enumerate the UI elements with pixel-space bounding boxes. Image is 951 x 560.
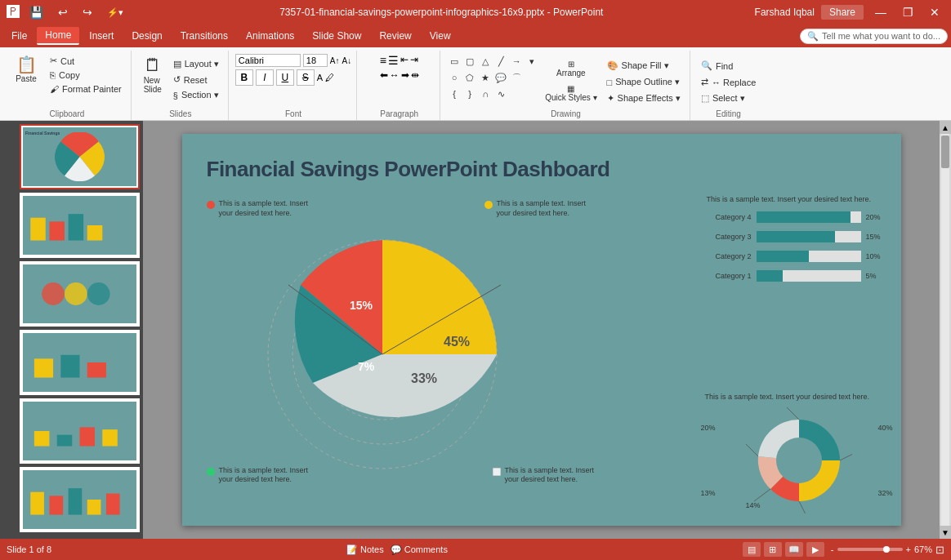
menu-file[interactable]: File [3,28,35,44]
tell-me-bar[interactable]: 🔍 Tell me what you want to do... [800,29,948,44]
slide-thumbnail-4[interactable] [20,330,140,395]
rounded-rect-btn[interactable]: ▢ [462,54,477,69]
share-button[interactable]: Share [821,5,864,20]
scroll-up-btn[interactable]: ▲ [940,121,951,134]
slide-thumbnail-3[interactable] [20,261,140,327]
copy-button[interactable]: ⎘ Copy [46,69,126,82]
zoom-in-btn[interactable]: + [906,544,911,554]
section-button[interactable]: § Section ▾ [169,88,223,102]
quick-undo-btn[interactable]: ↩ [53,4,73,20]
cut-button[interactable]: ✂ Cut [46,54,126,68]
fit-slide-btn[interactable]: ⊡ [935,544,944,556]
slide-thumbnail-1[interactable]: Financial Savings [20,124,140,189]
new-slide-label: NewSlide [144,76,162,94]
slideshow-btn[interactable]: ▶ [806,542,824,557]
italic-button[interactable]: I [256,69,274,86]
text-highlight-btn[interactable]: 🖊 [325,73,334,82]
app-icon: 🅿 [7,5,20,20]
notes-btn[interactable]: 📝 Notes [346,544,384,555]
font-size-input[interactable] [303,54,328,67]
zoom-out-btn[interactable]: - [831,544,834,554]
rect-shape-btn[interactable]: ▭ [447,54,462,69]
menu-slideshow[interactable]: Slide Show [304,28,369,44]
paste-button[interactable]: 📋 Paste [8,54,44,86]
replace-button[interactable]: ⇄ ↔ Replace [697,75,760,89]
curve-btn[interactable]: ⌒ [509,70,524,85]
shape-fill-button[interactable]: 🎨 Shape Fill ▾ [603,59,685,73]
align-left-btn[interactable]: ⬅ [380,69,388,81]
reset-button[interactable]: ↺ Reset [169,73,223,87]
menu-home[interactable]: Home [37,27,79,45]
clipboard-small-btns: ✂ Cut ⎘ Copy 🖌 Format Painter [46,54,126,96]
legend-top-right: This is a sample text. Insert your desir… [484,199,595,218]
brace-btn[interactable]: } [462,87,477,101]
normal-view-btn[interactable]: ▤ [743,542,761,557]
line-btn[interactable]: ╱ [493,54,508,69]
select-button[interactable]: ⬚ Select ▾ [697,91,760,105]
justify-btn[interactable]: ⇹ [411,69,419,81]
slide-sorter-btn[interactable]: ⊞ [764,542,782,557]
layout-button[interactable]: ▤ Layout ▾ [169,57,223,71]
quick-styles-button[interactable]: ▦ Quick Styles ▾ [541,82,601,104]
align-right-btn[interactable]: ➡ [401,69,409,81]
bracket-btn[interactable]: { [447,87,462,101]
menu-insert[interactable]: Insert [81,28,122,44]
menu-transitions[interactable]: Transitions [172,28,236,44]
svg-rect-2 [69,214,84,240]
arrow-btn[interactable]: → [509,54,524,69]
slide-thumbnail-6[interactable] [20,467,140,532]
menu-view[interactable]: View [422,28,459,44]
slide-thumbnail-2[interactable] [20,193,140,258]
arc-btn[interactable]: ∩ [478,87,493,101]
pentagon-btn[interactable]: ⬠ [462,70,477,85]
align-center-btn[interactable]: ↔ [390,69,400,81]
format-painter-icon: 🖌 [50,84,59,94]
quick-save-btn[interactable]: 💾 [25,4,48,20]
increase-indent-btn[interactable]: ⇥ [410,54,418,67]
minimize-btn[interactable]: — [870,4,891,20]
shape-palette: ▭ ▢ △ ╱ → ▾ ○ ⬠ ★ 💬 ⌒ { } ∩ [447,54,539,101]
star-btn[interactable]: ★ [478,70,493,85]
circle-btn[interactable]: ○ [447,70,462,85]
slide-info: Slide 1 of 8 [7,544,51,554]
triangle-btn[interactable]: △ [478,54,493,69]
arrange-button[interactable]: ⊞ Arrange [541,57,601,80]
zoom-thumb[interactable] [883,546,890,553]
comments-btn[interactable]: 💬 Comments [391,544,448,555]
menu-design[interactable]: Design [123,28,170,44]
shape-effects-button[interactable]: ✦ Shape Effects ▾ [603,91,685,105]
shape-outline-button[interactable]: □ Shape Outline ▾ [603,75,685,89]
slide-canvas: Financial Savings PowerPoint Dashboard T… [182,134,901,526]
find-button[interactable]: 🔍 Find [697,59,760,73]
underline-button[interactable]: U [276,69,294,86]
decrease-indent-btn[interactable]: ⇤ [400,54,409,67]
scrollbar-thumb[interactable] [941,136,949,168]
new-slide-button[interactable]: 🗒 NewSlide [138,54,167,96]
scroll-down-btn[interactable]: ▼ [940,526,951,539]
slide-thumbnail-5[interactable] [20,398,140,464]
reset-label: Reset [184,75,208,85]
reading-view-btn[interactable]: 📖 [785,542,803,557]
clipboard-content: 📋 Paste ✂ Cut ⎘ Copy 🖌 Format Painter [8,51,126,109]
wave-btn[interactable]: ∿ [493,87,508,101]
pie-label-7: 7% [358,360,375,373]
bullets-button[interactable]: ≡ [380,54,386,67]
close-btn[interactable]: ✕ [925,4,944,20]
callout-btn[interactable]: 💬 [493,70,508,85]
numbering-button[interactable]: ☰ [388,54,399,67]
menu-animations[interactable]: Animations [238,28,302,44]
menu-review[interactable]: Review [371,28,419,44]
zoom-slider[interactable] [837,548,903,551]
quick-custom-btn[interactable]: ⚡▾ [102,6,128,20]
copy-icon: ⎘ [50,70,56,80]
maximize-btn[interactable]: ❐ [898,4,918,20]
font-size-decrease-btn[interactable]: A↓ [342,56,352,65]
quick-redo-btn[interactable]: ↪ [78,4,97,20]
font-name-input[interactable] [235,54,301,67]
font-color-btn[interactable]: A [317,73,323,82]
font-size-increase-btn[interactable]: A↑ [330,56,340,65]
format-painter-button[interactable]: 🖌 Format Painter [46,82,126,96]
strikethrough-button[interactable]: S [297,69,315,86]
more-shapes-btn[interactable]: ▾ [525,54,539,69]
bold-button[interactable]: B [235,69,253,86]
